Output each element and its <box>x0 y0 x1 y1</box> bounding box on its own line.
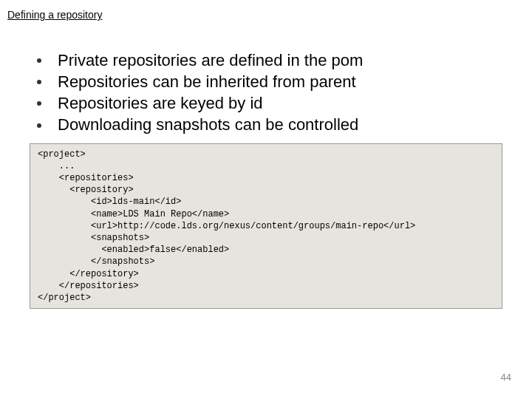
list-item: Downloading snapshots can be controlled <box>37 115 525 135</box>
bullet-text: Repositories are keyed by id <box>58 93 263 114</box>
bullet-text: Repositories can be inherited from paren… <box>58 72 356 92</box>
bullet-icon <box>37 80 41 84</box>
list-item: Repositories are keyed by id <box>37 93 525 114</box>
slide-title: Defining a repository <box>7 9 525 21</box>
list-item: Private repositories are defined in the … <box>37 50 525 71</box>
bullet-icon <box>37 58 41 63</box>
bullet-list: Private repositories are defined in the … <box>37 50 525 136</box>
code-block: <project> ... <repositories> <repository… <box>30 143 502 309</box>
bullet-text: Downloading snapshots can be controlled <box>58 115 358 135</box>
list-item: Repositories can be inherited from paren… <box>37 72 525 92</box>
bullet-icon <box>37 123 41 128</box>
bullet-icon <box>37 101 41 106</box>
bullet-text: Private repositories are defined in the … <box>58 50 363 71</box>
page-number: 44 <box>501 372 511 383</box>
